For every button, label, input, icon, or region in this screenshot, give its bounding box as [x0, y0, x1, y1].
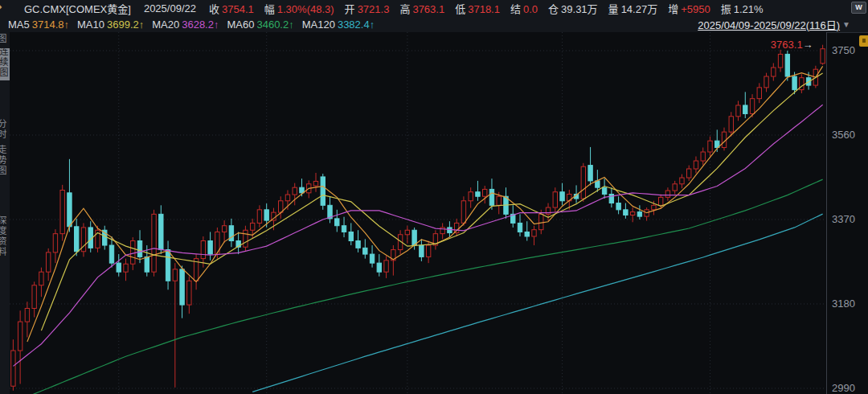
axis-tick-label: 2990 — [832, 382, 855, 394]
ma-legend-item: MA53714.8↑ — [8, 18, 69, 31]
sidebar-item[interactable]: 图 — [0, 34, 8, 44]
window-badge-icon[interactable]: W — [851, 2, 866, 14]
quote-field: 仓39.31万 — [548, 1, 598, 16]
sidebar-item[interactable]: 走势图 — [0, 145, 8, 176]
date-range-selector[interactable]: 2025/04/09-2025/09/22(116日) ▼ — [698, 16, 850, 32]
left-toolbar: 图连续图分时走势图深度资料 — [0, 32, 10, 394]
price-axis: 37503560337031802990 — [826, 32, 868, 394]
quote-date: 2025/09/22 — [144, 2, 196, 14]
ma-indicator-bar: MA53714.8↑MA103699.2↑MA203628.2↑MA603460… — [0, 16, 868, 33]
axis-tick-label: 3180 — [832, 298, 855, 310]
quote-fields: 收3754.1幅1.30%(48.3)开3721.3高3763.1低3718.1… — [209, 1, 764, 16]
sidebar-item[interactable]: 分时 — [0, 119, 8, 140]
quote-field: 增+5950 — [668, 1, 710, 16]
chevron-down-icon[interactable]: ▼ — [842, 20, 850, 29]
quote-field: 收3754.1 — [209, 1, 254, 16]
axis-tick-label: 3560 — [832, 129, 855, 142]
quote-field: 结0.0 — [510, 1, 538, 16]
quote-field: 量14.27万 — [608, 1, 658, 16]
quote-field: 幅1.30%(48.3) — [264, 1, 334, 16]
ma-legend-item: MA103699.2↑ — [77, 18, 144, 31]
ma-legend-item: MA203628.2↑ — [152, 18, 219, 31]
symbol-title: GC.CMX[COMEX黄金] — [24, 1, 131, 16]
pin-icon[interactable]: ◆ — [0, 1, 2, 12]
sidebar-item[interactable]: 连续图 — [0, 48, 10, 80]
quote-field: 高3763.1 — [399, 1, 444, 16]
candlestick-chart[interactable]: 3763.1→ — [10, 32, 826, 394]
date-range-label: 2025/04/09-2025/09/22(116日) — [698, 17, 840, 32]
last-price-label: 3763.1→ — [771, 39, 813, 51]
ma-legend-item: MA603460.2↑ — [227, 18, 293, 31]
axis-tick-label: 3750 — [832, 44, 855, 57]
quote-field: 振1.21% — [721, 1, 764, 16]
ma-legend: MA53714.8↑MA103699.2↑MA203628.2↑MA603460… — [8, 18, 375, 31]
quote-header: ◆ ✚ GC.CMX[COMEX黄金] 2025/09/22 收3754.1幅1… — [0, 0, 868, 16]
ma-legend-item: MA1203382.4↑ — [302, 18, 375, 31]
sidebar-item[interactable]: 深度资料 — [0, 215, 8, 257]
quote-field: 低3718.1 — [455, 1, 500, 16]
quote-field: 开3721.3 — [345, 1, 390, 16]
trading-app-window: ◆ ✚ GC.CMX[COMEX黄金] 2025/09/22 收3754.1幅1… — [0, 0, 868, 394]
axis-tick-label: 3370 — [832, 213, 855, 226]
